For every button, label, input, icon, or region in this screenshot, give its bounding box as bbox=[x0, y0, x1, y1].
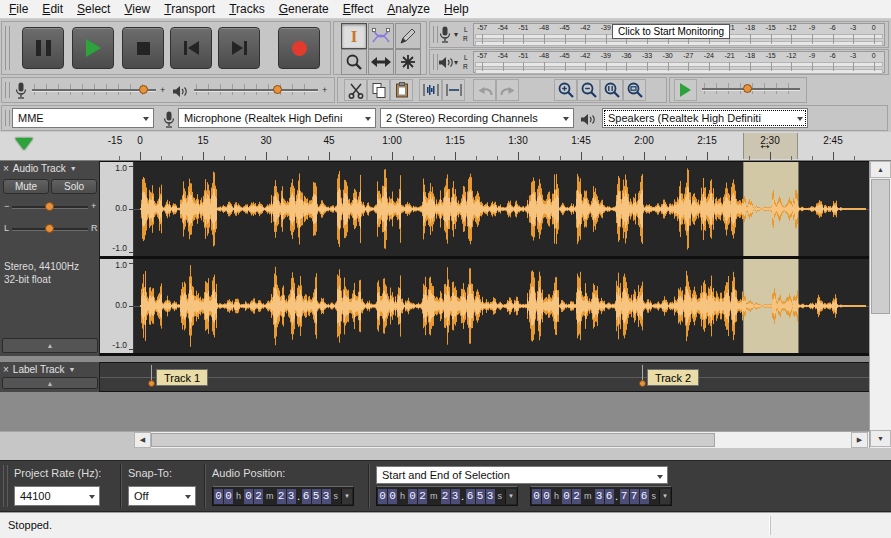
horizontal-scrollbar[interactable]: ◀ ▶ bbox=[134, 431, 869, 448]
pause-button[interactable] bbox=[22, 27, 64, 69]
time-char[interactable]: h bbox=[552, 491, 561, 501]
track-title[interactable]: Label Track bbox=[13, 364, 65, 375]
project-rate-select[interactable]: 44100 bbox=[14, 486, 100, 506]
time-char[interactable]: 2 bbox=[277, 489, 286, 504]
zoom-selection-button[interactable] bbox=[600, 79, 623, 101]
time-char[interactable]: 0 bbox=[542, 489, 551, 504]
time-char[interactable]: 0 bbox=[562, 489, 571, 504]
time-char[interactable]: . bbox=[615, 490, 619, 502]
time-char[interactable]: 2 bbox=[572, 489, 581, 504]
gain-thumb[interactable] bbox=[45, 202, 54, 211]
skip-to-start-button[interactable] bbox=[170, 27, 212, 69]
time-char[interactable]: 0 bbox=[408, 489, 417, 504]
zoom-out-button[interactable] bbox=[577, 79, 600, 101]
vertical-scrollbar[interactable]: ▲ ▼ bbox=[869, 161, 891, 448]
meter-dropdown-arrow[interactable]: ▾ bbox=[454, 58, 458, 67]
zoom-tool-button[interactable] bbox=[341, 49, 367, 75]
play-button[interactable] bbox=[72, 27, 114, 69]
undo-button[interactable] bbox=[473, 79, 496, 101]
host-select[interactable]: MME bbox=[12, 108, 154, 128]
menu-view[interactable]: View bbox=[117, 1, 157, 17]
gain-slider[interactable] bbox=[12, 200, 88, 214]
time-char[interactable]: 2 bbox=[254, 489, 263, 504]
menu-effect[interactable]: Effect bbox=[336, 1, 380, 17]
cut-button[interactable] bbox=[344, 79, 367, 101]
zoom-in-button[interactable] bbox=[554, 79, 577, 101]
vertical-scroll-thumb[interactable] bbox=[871, 179, 890, 314]
skip-to-end-button[interactable] bbox=[218, 27, 260, 69]
time-char[interactable]: s bbox=[650, 491, 659, 501]
label-item[interactable]: Track 2 bbox=[647, 369, 699, 386]
label-handle[interactable] bbox=[148, 380, 155, 387]
time-char[interactable]: 5 bbox=[476, 489, 485, 504]
draw-tool-button[interactable] bbox=[395, 23, 421, 49]
menu-help[interactable]: Help bbox=[437, 1, 476, 17]
menu-tracks[interactable]: Tracks bbox=[222, 1, 272, 17]
time-char[interactable]: 6 bbox=[640, 489, 649, 504]
time-char[interactable]: m bbox=[264, 491, 276, 501]
waveform-channel-2[interactable] bbox=[134, 259, 869, 353]
track-menu-arrow[interactable]: ▼ bbox=[70, 165, 77, 172]
toolbar-grip[interactable] bbox=[5, 82, 10, 98]
track-control-panel[interactable]: × Audio Track ▼ Mute Solo − + L R Stereo… bbox=[0, 161, 100, 356]
snap-to-select[interactable]: Off bbox=[128, 486, 196, 506]
menu-generate[interactable]: Generate bbox=[272, 1, 336, 17]
label-track-panel[interactable]: × Label Track ▼ ▲ bbox=[0, 362, 100, 392]
playback-meter[interactable]: -57-54-51-48-45-42-39-36-33-30-27-24-21-… bbox=[473, 51, 885, 73]
track-close-button[interactable]: × bbox=[3, 364, 9, 375]
selection-tool-button[interactable]: I bbox=[341, 23, 367, 49]
time-char[interactable]: 5 bbox=[312, 489, 321, 504]
redo-button[interactable] bbox=[496, 79, 519, 101]
track-menu-arrow[interactable]: ▼ bbox=[69, 366, 76, 373]
pan-thumb[interactable] bbox=[45, 224, 54, 233]
time-char[interactable]: m bbox=[582, 491, 594, 501]
collapse-button[interactable]: ▲ bbox=[2, 338, 98, 353]
copy-button[interactable] bbox=[367, 79, 390, 101]
time-char[interactable]: 6 bbox=[466, 489, 475, 504]
toolbar-grip[interactable] bbox=[5, 26, 10, 70]
menu-edit[interactable]: Edit bbox=[35, 1, 70, 17]
time-char[interactable]: 3 bbox=[287, 489, 296, 504]
menu-select[interactable]: Select bbox=[70, 1, 117, 17]
time-char[interactable]: 3 bbox=[595, 489, 604, 504]
silence-audio-button[interactable] bbox=[442, 79, 465, 101]
envelope-tool-button[interactable] bbox=[368, 23, 394, 49]
time-char[interactable]: 7 bbox=[620, 489, 629, 504]
solo-button[interactable]: Solo bbox=[51, 179, 97, 194]
time-char[interactable]: 2 bbox=[441, 489, 450, 504]
audio-position-field[interactable]: 00h02m23.653s▾ bbox=[212, 486, 354, 506]
label-handle[interactable] bbox=[639, 380, 646, 387]
playback-volume-slider[interactable] bbox=[194, 82, 318, 98]
paste-button[interactable] bbox=[390, 79, 413, 101]
speaker-icon[interactable] bbox=[438, 55, 454, 70]
microphone-icon[interactable] bbox=[438, 25, 452, 44]
zoom-fit-button[interactable] bbox=[623, 79, 646, 101]
play-at-speed-button[interactable] bbox=[674, 79, 697, 101]
scroll-left-button[interactable]: ◀ bbox=[134, 432, 151, 448]
time-char[interactable]: 0 bbox=[244, 489, 253, 504]
time-char[interactable]: 0 bbox=[214, 489, 223, 504]
time-char[interactable]: . bbox=[461, 490, 465, 502]
time-char[interactable]: 0 bbox=[378, 489, 387, 504]
time-char[interactable]: . bbox=[297, 490, 301, 502]
recording-volume-slider[interactable] bbox=[32, 82, 156, 98]
toolbar-grip[interactable] bbox=[5, 110, 10, 126]
label-item[interactable]: Track 1 bbox=[156, 369, 208, 386]
selection-start-field[interactable]: 00h02m23.653s▾ bbox=[376, 486, 518, 506]
input-channels-select[interactable]: 2 (Stereo) Recording Channels bbox=[380, 108, 574, 128]
trim-audio-button[interactable] bbox=[419, 79, 442, 101]
multi-tool-button[interactable] bbox=[395, 49, 421, 75]
play-speed-slider[interactable] bbox=[702, 81, 800, 97]
time-dropdown-arrow[interactable]: ▾ bbox=[341, 489, 352, 504]
timeline-ruler[interactable]: -1501530451:001:151:301:452:002:152:302:… bbox=[100, 132, 869, 160]
menu-analyze[interactable]: Analyze bbox=[380, 1, 437, 17]
menu-file[interactable]: File bbox=[2, 1, 35, 17]
time-char[interactable]: 3 bbox=[486, 489, 495, 504]
track-close-button[interactable]: × bbox=[3, 163, 9, 174]
time-char[interactable]: 6 bbox=[605, 489, 614, 504]
time-char[interactable]: 3 bbox=[451, 489, 460, 504]
timeline-pointer-icon[interactable] bbox=[15, 138, 33, 150]
selection-end-field[interactable]: 00h02m36.776s▾ bbox=[530, 486, 672, 506]
toolbar-grip[interactable] bbox=[3, 465, 8, 507]
time-char[interactable]: 0 bbox=[532, 489, 541, 504]
